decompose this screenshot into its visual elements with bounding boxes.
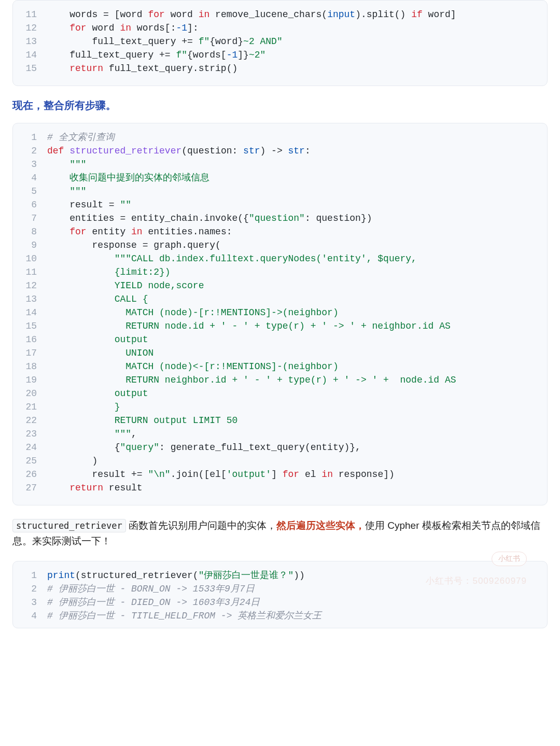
code-content: entities = entity_chain.invoke({"questio… [47,212,547,225]
code-line: 20 output [13,387,547,400]
line-number: 26 [13,468,47,481]
code-line: 23 """, [13,427,547,441]
code-content: # 伊丽莎白一世 - TITLE_HELD_FROM -> 英格兰和爱尔兰女王 [47,609,547,623]
code-content: output [47,333,547,346]
line-number: 14 [13,306,47,319]
code-content: UNION [47,346,547,360]
line-number: 13 [13,292,47,306]
line-number: 1 [13,131,47,144]
code-content: """ [47,185,547,198]
code-line: 9 response = graph.query( [13,238,547,252]
code-line: 15 RETURN node.id + ' - ' + type(r) + ' … [13,319,547,333]
code-content: YIELD node,score [47,279,547,292]
line-number: 15 [13,62,47,75]
code-line: 21 } [13,400,547,414]
code-line: 3# 伊丽莎白一世 - DIED_ON -> 1603年3月24日 [13,596,547,609]
code-content: full_text_query += f"{words[-1]}~2" [47,48,547,62]
code-line: 15 return full_text_query.strip() [13,62,547,75]
code-content: for word in words[:-1]: [47,21,547,35]
line-number: 11 [13,8,47,21]
line-number: 16 [13,333,47,346]
line-number: 13 [13,35,47,48]
code-line: 4# 伊丽莎白一世 - TITLE_HELD_FROM -> 英格兰和爱尔兰女王 [13,609,547,623]
code-line: 25 ) [13,454,547,468]
code-content: CALL { [47,292,547,306]
code-line: 5 """ [13,185,547,198]
line-number: 15 [13,319,47,333]
code-line: 6 result = "" [13,198,547,212]
code-content: MATCH (node)-[r:!MENTIONS]->(neighbor) [47,306,547,319]
page: 11 words = [word for word in remove_luce… [12,0,548,628]
code-line: 3 """ [13,158,547,171]
code-content: RETURN neighbor.id + ' - ' + type(r) + '… [47,373,547,387]
emphasis-text: 然后遍历这些实体， [276,520,365,531]
line-number: 12 [13,279,47,292]
line-number: 9 [13,238,47,252]
code-line: 22 RETURN output LIMIT 50 [13,414,547,427]
code-content: RETURN output LIMIT 50 [47,414,547,427]
code-content: return full_text_query.strip() [47,62,547,75]
line-number: 12 [13,21,47,35]
line-number: 1 [13,569,47,582]
line-number: 10 [13,252,47,265]
code-line: 13 full_text_query += f"{word}~2 AND" [13,35,547,48]
line-number: 2 [13,582,47,596]
code-line: 12 YIELD node,score [13,279,547,292]
line-number: 14 [13,48,47,62]
line-number: 20 [13,387,47,400]
line-number: 6 [13,198,47,212]
code-content: RETURN node.id + ' - ' + type(r) + ' -> … [47,319,547,333]
code-line: 16 output [13,333,547,346]
code-content: """CALL db.index.fulltext.queryNodes('en… [47,252,547,265]
code-content: def structured_retriever(question: str) … [47,144,547,158]
code-line: 11 {limit:2}) [13,265,547,279]
explanation-paragraph: structured_retriever 函数首先识别用户问题中的实体，然后遍历… [12,518,548,550]
line-number: 21 [13,400,47,414]
line-number: 7 [13,212,47,225]
code-content: # 全文索引查询 [47,131,547,144]
code-content: 收集问题中提到的实体的邻域信息 [47,171,547,185]
code-line: 1# 全文索引查询 [13,131,547,144]
code-line: 10 """CALL db.index.fulltext.queryNodes(… [13,252,547,265]
code-content: # 伊丽莎白一世 - DIED_ON -> 1603年3月24日 [47,596,547,609]
line-number: 4 [13,171,47,185]
code-line: 26 result += "\n".join([el['output'] for… [13,468,547,481]
code-content: result += "\n".join([el['output'] for el… [47,468,547,481]
line-number: 19 [13,373,47,387]
code-line: 7 entities = entity_chain.invoke({"quest… [13,212,547,225]
code-block-3: 1print(structured_retriever("伊丽莎白一世是谁？")… [12,561,548,628]
code-line: 12 for word in words[:-1]: [13,21,547,35]
code-content: response = graph.query( [47,238,547,252]
line-number: 27 [13,481,47,495]
line-number: 24 [13,441,47,454]
line-number: 23 [13,427,47,441]
code-content: ) [47,454,547,468]
code-content: {"query": generate_full_text_query(entit… [47,441,547,454]
code-content: MATCH (node)<-[r:!MENTIONS]-(neighbor) [47,360,547,373]
code-content: return result [47,481,547,495]
inline-code: structured_retriever [12,519,126,532]
code-block-1: 11 words = [word for word in remove_luce… [12,0,548,86]
code-line: 19 RETURN neighbor.id + ' - ' + type(r) … [13,373,547,387]
text-span: 函数首先识别用户问题中的实体， [126,520,276,531]
watermark-badge: 小红书 [492,552,527,566]
code-line: 11 words = [word for word in remove_luce… [13,8,547,21]
code-line: 24 {"query": generate_full_text_query(en… [13,441,547,454]
code-content: for entity in entities.names: [47,225,547,238]
code-content: output [47,387,547,400]
line-number: 3 [13,158,47,171]
code-line: 4 收集问题中提到的实体的邻域信息 [13,171,547,185]
code-content: """ [47,158,547,171]
watermark-id: 小红书号：5009260979 [426,575,527,587]
code-line: 13 CALL { [13,292,547,306]
line-number: 2 [13,144,47,158]
line-number: 11 [13,265,47,279]
line-number: 22 [13,414,47,427]
code-content: } [47,400,547,414]
line-number: 3 [13,596,47,609]
code-content: {limit:2}) [47,265,547,279]
code-block-2: 1# 全文索引查询2def structured_retriever(quest… [12,123,548,505]
code-content: words = [word for word in remove_lucene_… [47,8,547,21]
line-number: 18 [13,360,47,373]
code-content: """, [47,427,547,441]
